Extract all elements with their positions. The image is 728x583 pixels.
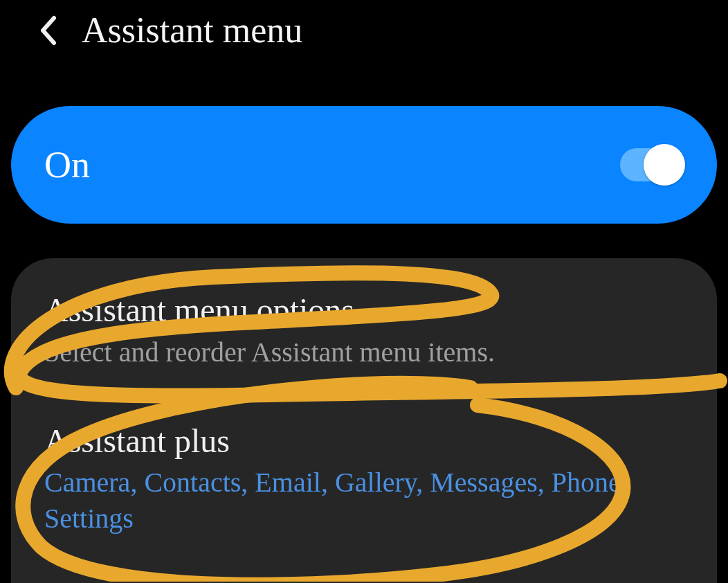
option-apps-list: Camera, Contacts, Email, Gallery, Messag… — [44, 465, 684, 537]
option-assistant-menu-options[interactable]: Assistant menu options Select and reorde… — [11, 282, 717, 387]
divider — [44, 391, 684, 392]
option-assistant-plus[interactable]: Assistant plus Camera, Contacts, Email, … — [11, 413, 717, 554]
back-icon[interactable] — [39, 15, 57, 46]
option-title: Assistant plus — [44, 421, 684, 461]
options-card: Assistant menu options Select and reorde… — [11, 258, 717, 583]
option-subtitle: Select and reorder Assistant menu items. — [44, 334, 684, 370]
toggle-switch-knob — [644, 144, 685, 186]
option-title: Assistant menu options — [44, 290, 684, 330]
page-title: Assistant menu — [82, 10, 302, 51]
master-toggle-card[interactable]: On — [11, 106, 717, 224]
toggle-state-label: On — [44, 143, 90, 186]
toggle-switch[interactable] — [620, 148, 684, 181]
page-header: Assistant menu — [0, 0, 728, 71]
